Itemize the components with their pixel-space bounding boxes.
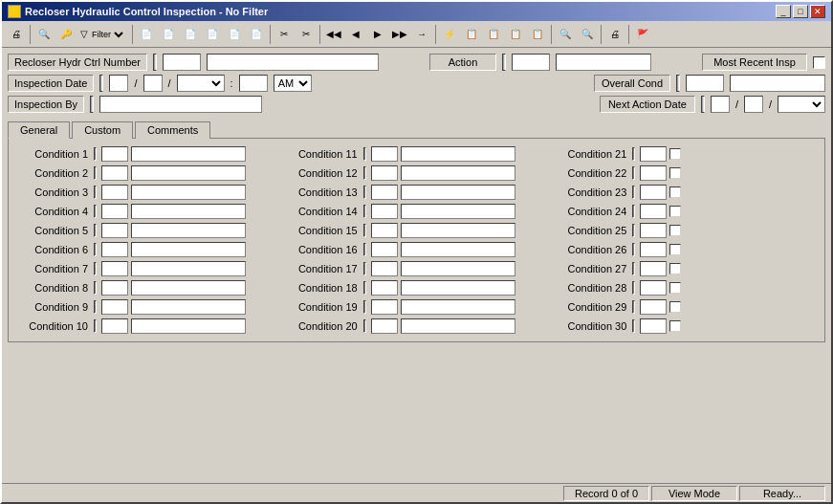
- tb-nav-arrow[interactable]: →: [411, 24, 432, 45]
- cond-input-sm-5[interactable]: [101, 223, 128, 238]
- tab-comments[interactable]: Comments: [135, 121, 210, 139]
- cond-checkbox-24[interactable]: [669, 206, 681, 217]
- tb-doc4[interactable]: 📋: [527, 24, 548, 45]
- cond-checkbox-28[interactable]: [669, 282, 681, 294]
- cond-checkbox-21[interactable]: [669, 148, 681, 160]
- cond-input-lg-6[interactable]: [131, 242, 246, 257]
- tb-nav-first[interactable]: ◀◀: [323, 24, 344, 45]
- cond-input-sm-14[interactable]: [371, 204, 398, 219]
- cond-checkbox-22[interactable]: [669, 167, 681, 179]
- cond-input-sm-27[interactable]: [640, 261, 667, 276]
- insp-date-year[interactable]: [177, 75, 225, 92]
- cond-input-sm-28[interactable]: [640, 280, 667, 296]
- recloser-input1[interactable]: [163, 54, 201, 71]
- cond-input-sm-29[interactable]: [640, 299, 667, 315]
- tb-print2[interactable]: 🖨: [604, 24, 625, 45]
- action-input2[interactable]: [556, 54, 651, 71]
- tb-btn1[interactable]: 📄: [136, 24, 157, 45]
- cond-checkbox-25[interactable]: [669, 225, 681, 236]
- cond-input-sm-21[interactable]: [640, 146, 667, 162]
- cond-checkbox-27[interactable]: [669, 263, 681, 274]
- cond-input-sm-18[interactable]: [371, 280, 398, 296]
- tb-flag[interactable]: 🚩: [632, 24, 653, 45]
- tab-general[interactable]: General: [8, 121, 70, 139]
- cond-input-lg-17[interactable]: [401, 261, 515, 276]
- cond-input-sm-22[interactable]: [640, 165, 667, 181]
- cond-input-sm-9[interactable]: [101, 299, 128, 315]
- cond-checkbox-29[interactable]: [669, 301, 681, 313]
- insp-ampm[interactable]: AM: [274, 75, 312, 92]
- tb-key[interactable]: 🔑: [55, 24, 77, 45]
- tb-doc1[interactable]: 📋: [461, 24, 482, 45]
- next-date-m[interactable]: [711, 96, 730, 113]
- cond-input-lg-7[interactable]: [131, 261, 246, 276]
- cond-input-sm-20[interactable]: [371, 318, 398, 334]
- tb-btn6[interactable]: 📄: [246, 24, 267, 45]
- tb-search[interactable]: 🔍: [33, 24, 55, 45]
- insp-by-input[interactable]: [99, 96, 262, 113]
- insp-date-m[interactable]: [109, 75, 128, 92]
- tb-doc2[interactable]: 📋: [483, 24, 504, 45]
- cond-input-sm-11[interactable]: [371, 146, 398, 162]
- tb-nav-next[interactable]: ▶: [367, 24, 388, 45]
- cond-input-sm-6[interactable]: [101, 242, 128, 257]
- cond-input-lg-19[interactable]: [401, 299, 515, 315]
- minimize-button[interactable]: _: [776, 5, 791, 18]
- cond-input-sm-1[interactable]: [101, 146, 128, 162]
- cond-input-lg-11[interactable]: [401, 146, 515, 162]
- cond-input-lg-15[interactable]: [401, 223, 515, 238]
- tb-nav-prev[interactable]: ◀: [345, 24, 366, 45]
- cond-input-sm-25[interactable]: [640, 223, 667, 238]
- tb-filter-btn[interactable]: ▽ Filter: [77, 24, 129, 45]
- cond-input-lg-16[interactable]: [401, 242, 515, 257]
- cond-input-sm-15[interactable]: [371, 223, 398, 238]
- cond-input-lg-8[interactable]: [131, 280, 246, 296]
- tb-btn3[interactable]: 📄: [180, 24, 201, 45]
- cond-input-sm-23[interactable]: [640, 185, 667, 200]
- next-date-d[interactable]: [744, 96, 763, 113]
- cond-checkbox-26[interactable]: [669, 244, 681, 255]
- tb-print[interactable]: 🖨: [6, 24, 27, 45]
- cond-input-lg-13[interactable]: [401, 185, 515, 200]
- next-date-year[interactable]: [778, 96, 825, 113]
- cond-input-sm-13[interactable]: [371, 185, 398, 200]
- close-button[interactable]: ✕: [810, 5, 825, 18]
- cond-input-sm-7[interactable]: [101, 261, 128, 276]
- filter-dropdown[interactable]: Filter: [88, 29, 126, 40]
- overall-input2[interactable]: [730, 75, 825, 92]
- cond-input-sm-3[interactable]: [101, 185, 128, 200]
- cond-input-lg-10[interactable]: [131, 318, 246, 334]
- insp-date-d[interactable]: [143, 75, 163, 92]
- tab-custom[interactable]: Custom: [72, 121, 133, 139]
- tb-lightning[interactable]: ⚡: [439, 24, 460, 45]
- cond-input-sm-17[interactable]: [371, 261, 398, 276]
- cond-input-sm-19[interactable]: [371, 299, 398, 315]
- cond-input-sm-16[interactable]: [371, 242, 398, 257]
- cond-input-lg-18[interactable]: [401, 280, 515, 296]
- cond-input-lg-5[interactable]: [131, 223, 246, 238]
- tb-scissors2[interactable]: ✂: [296, 24, 317, 45]
- cond-input-sm-8[interactable]: [101, 280, 128, 296]
- tb-scissors1[interactable]: ✂: [274, 24, 295, 45]
- tb-btn2[interactable]: 📄: [158, 24, 179, 45]
- cond-input-lg-4[interactable]: [131, 204, 246, 219]
- cond-input-sm-10[interactable]: [101, 318, 128, 334]
- overall-input1[interactable]: [686, 75, 724, 92]
- tb-btn5[interactable]: 📄: [224, 24, 245, 45]
- cond-input-lg-20[interactable]: [401, 318, 515, 334]
- cond-input-sm-4[interactable]: [101, 204, 128, 219]
- maximize-button[interactable]: □: [793, 5, 808, 18]
- tb-btn4[interactable]: 📄: [202, 24, 223, 45]
- cond-input-lg-2[interactable]: [131, 165, 246, 181]
- cond-input-sm-12[interactable]: [371, 165, 398, 181]
- cond-input-sm-24[interactable]: [640, 204, 667, 219]
- action-input1[interactable]: [512, 54, 550, 71]
- cond-input-sm-2[interactable]: [101, 165, 128, 181]
- cond-input-lg-14[interactable]: [401, 204, 515, 219]
- cond-input-lg-12[interactable]: [401, 165, 515, 181]
- cond-input-sm-26[interactable]: [640, 242, 667, 257]
- cond-input-lg-3[interactable]: [131, 185, 246, 200]
- tb-nav-last[interactable]: ▶▶: [389, 24, 410, 45]
- cond-checkbox-30[interactable]: [669, 320, 681, 332]
- cond-checkbox-23[interactable]: [669, 186, 681, 198]
